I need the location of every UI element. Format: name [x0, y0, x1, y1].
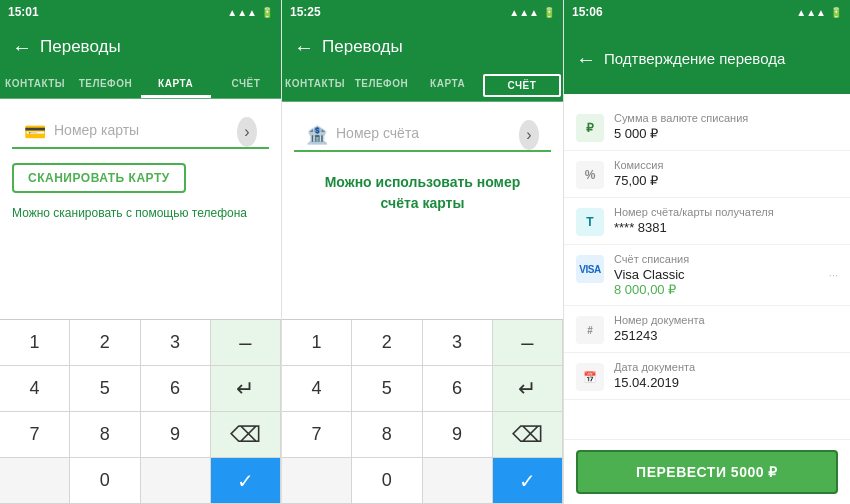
- key-2-7[interactable]: 7: [282, 412, 352, 458]
- key-2-9[interactable]: 9: [423, 412, 493, 458]
- debit-label: Счёт списания: [614, 253, 819, 265]
- key-2-enter[interactable]: ↵: [493, 366, 563, 412]
- status-bar-2: 15:25 ▲▲▲ 🔋: [282, 0, 563, 24]
- key-2-1[interactable]: 1: [282, 320, 352, 366]
- card-hint: Можно сканировать с помощью телефона: [0, 199, 281, 228]
- tab-account-1[interactable]: СЧЁТ: [211, 70, 281, 98]
- card-input[interactable]: [54, 122, 229, 142]
- card-next-button[interactable]: ›: [237, 117, 257, 147]
- status-icons-3: ▲▲▲ 🔋: [796, 7, 842, 18]
- account-input-row: 🏦 ›: [294, 110, 551, 152]
- tab-phone-1[interactable]: ТЕЛЕФОН: [70, 70, 140, 98]
- numpad-2: 1 2 3 – 4 5 6 ↵ 7 8 9 ⌫ 0 ✓: [282, 319, 563, 504]
- key-2-8[interactable]: 8: [352, 412, 422, 458]
- key-1-dash[interactable]: –: [211, 320, 281, 366]
- docdate-value: 15.04.2019: [614, 375, 838, 390]
- key-1-3[interactable]: 3: [141, 320, 211, 366]
- confirm-back-button[interactable]: ←: [576, 48, 596, 71]
- time-3: 15:06: [572, 5, 603, 19]
- content-1: 💳 › СКАНИРОВАТЬ КАРТУ Можно сканировать …: [0, 99, 281, 319]
- status-icons-1: ▲▲▲ 🔋: [227, 7, 273, 18]
- tab-phone-2[interactable]: ТЕЛЕФОН: [348, 70, 414, 101]
- amount-value: 5 000 ₽: [614, 126, 838, 141]
- key-2-3[interactable]: 3: [423, 320, 493, 366]
- key-1-7[interactable]: 7: [0, 412, 70, 458]
- status-bar-1: 15:01 ▲▲▲ 🔋: [0, 0, 281, 24]
- recipient-label: Номер счёта/карты получателя: [614, 206, 838, 218]
- debit-card-name: Visa Classic: [614, 267, 819, 282]
- confirm-header: ← Подтверждение перевода: [564, 24, 850, 94]
- key-1-6[interactable]: 6: [141, 366, 211, 412]
- card-input-row: 💳 ›: [12, 107, 269, 149]
- docdate-label: Дата документа: [614, 361, 838, 373]
- key-2-confirm[interactable]: ✓: [493, 458, 563, 504]
- left-panels: 15:01 ▲▲▲ 🔋 ← Переводы КОНТАКТЫ ТЕЛЕФОН …: [0, 0, 564, 504]
- key-1-9[interactable]: 9: [141, 412, 211, 458]
- card-icon: 💳: [24, 121, 46, 143]
- confirm-content: ₽ Сумма в валюте списания 5 000 ₽ % Коми…: [564, 94, 850, 439]
- tab-contacts-2[interactable]: КОНТАКТЫ: [282, 70, 348, 101]
- key-2-0[interactable]: 0: [352, 458, 422, 504]
- docdate-icon: 📅: [576, 363, 604, 391]
- scan-button[interactable]: СКАНИРОВАТЬ КАРТУ: [12, 163, 186, 193]
- tab-contacts-1[interactable]: КОНТАКТЫ: [0, 70, 70, 98]
- key-1-1[interactable]: 1: [0, 320, 70, 366]
- recipient-icon: T: [576, 208, 604, 236]
- transfer-button[interactable]: ПЕРЕВЕСТИ 5000 ₽: [576, 450, 838, 494]
- key-1-empty: [0, 458, 70, 504]
- key-2-6[interactable]: 6: [423, 366, 493, 412]
- tab-card-1[interactable]: КАРТА: [141, 70, 211, 98]
- numpad-1: 1 2 3 – 4 5 6 ↵ 7 8 9 ⌫ 0 ✓: [0, 319, 281, 504]
- account-next-button[interactable]: ›: [519, 120, 539, 150]
- amount-icon: ₽: [576, 114, 604, 142]
- key-2-5[interactable]: 5: [352, 366, 422, 412]
- tab-card-2[interactable]: КАРТА: [415, 70, 481, 101]
- key-2-empty: [282, 458, 352, 504]
- key-1-enter[interactable]: ↵: [211, 366, 281, 412]
- app-header-2: ← Переводы: [282, 24, 563, 70]
- key-1-confirm[interactable]: ✓: [211, 458, 281, 504]
- confirm-row-amount: ₽ Сумма в валюте списания 5 000 ₽: [564, 104, 850, 151]
- confirm-row-recipient: T Номер счёта/карты получателя **** 8381: [564, 198, 850, 245]
- key-2-2[interactable]: 2: [352, 320, 422, 366]
- tabs-1: КОНТАКТЫ ТЕЛЕФОН КАРТА СЧЁТ: [0, 70, 281, 99]
- header-title-1: Переводы: [40, 37, 269, 57]
- confirmation-panel: 15:06 ▲▲▲ 🔋 ← Подтверждение перевода ₽ С…: [564, 0, 850, 504]
- key-2-4[interactable]: 4: [282, 366, 352, 412]
- status-icons-2: ▲▲▲ 🔋: [509, 7, 555, 18]
- time-1: 15:01: [8, 5, 39, 19]
- key-1-4[interactable]: 4: [0, 366, 70, 412]
- key-1-backspace[interactable]: ⌫: [211, 412, 281, 458]
- tabs-2: КОНТАКТЫ ТЕЛЕФОН КАРТА СЧЁТ: [282, 70, 563, 102]
- account-icon: 🏦: [306, 124, 328, 146]
- confirm-header-title: Подтверждение перевода: [604, 49, 785, 69]
- recipient-value: **** 8381: [614, 220, 838, 235]
- header-title-2: Переводы: [322, 37, 551, 57]
- confirm-row-commission: % Комиссия 75,00 ₽: [564, 151, 850, 198]
- key-2-dash[interactable]: –: [493, 320, 563, 366]
- docnum-value: 251243: [614, 328, 838, 343]
- commission-value: 75,00 ₽: [614, 173, 838, 188]
- back-button-2[interactable]: ←: [294, 36, 314, 59]
- account-hint: Можно использовать номер счёта карты: [282, 152, 563, 234]
- panel-account: 15:25 ▲▲▲ 🔋 ← Переводы КОНТАКТЫ ТЕЛЕФОН …: [282, 0, 564, 504]
- debit-balance: 8 000,00 ₽: [614, 282, 819, 297]
- content-2: 🏦 › Можно использовать номер счёта карты: [282, 102, 563, 319]
- back-button-1[interactable]: ←: [12, 36, 32, 59]
- key-1-0[interactable]: 0: [70, 458, 140, 504]
- tab-account-2[interactable]: СЧЁТ: [483, 74, 561, 97]
- account-input[interactable]: [336, 125, 511, 145]
- key-2-backspace[interactable]: ⌫: [493, 412, 563, 458]
- docnum-icon: #: [576, 316, 604, 344]
- confirm-row-docnum: # Номер документа 251243: [564, 306, 850, 353]
- confirm-row-debit: VISA Счёт списания Visa Classic 8 000,00…: [564, 245, 850, 306]
- docnum-label: Номер документа: [614, 314, 838, 326]
- key-1-5[interactable]: 5: [70, 366, 140, 412]
- debit-extra: ···: [829, 269, 838, 281]
- key-2-empty2: [423, 458, 493, 504]
- key-1-8[interactable]: 8: [70, 412, 140, 458]
- key-1-2[interactable]: 2: [70, 320, 140, 366]
- confirm-row-docdate: 📅 Дата документа 15.04.2019: [564, 353, 850, 400]
- confirm-footer: ПЕРЕВЕСТИ 5000 ₽: [564, 439, 850, 504]
- key-1-empty2: [141, 458, 211, 504]
